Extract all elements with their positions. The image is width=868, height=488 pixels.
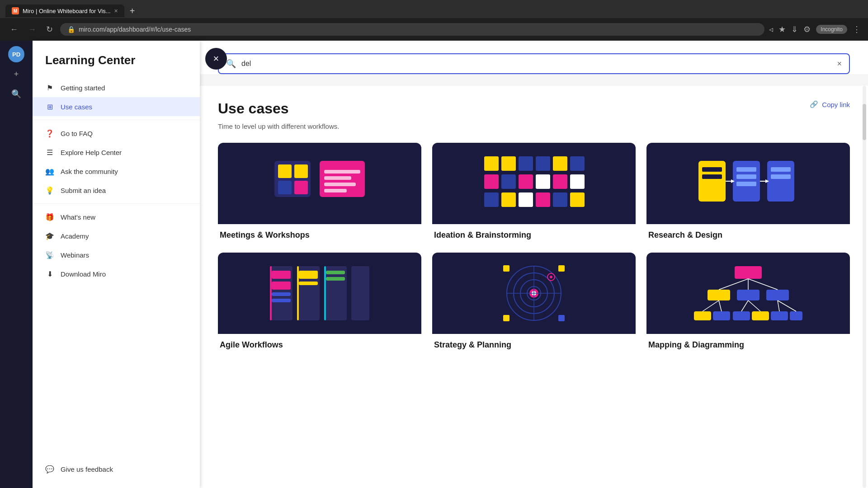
- feedback-icon: 💬: [45, 465, 54, 474]
- idea-label: Submit an idea: [61, 187, 106, 194]
- svg-line-88: [778, 300, 779, 311]
- svg-line-89: [778, 300, 796, 311]
- whats-new-label: What's new: [61, 213, 95, 221]
- svg-rect-73: [737, 290, 760, 300]
- download-icon[interactable]: ⇓: [791, 24, 798, 34]
- incognito-badge[interactable]: Incognito: [816, 25, 847, 34]
- svg-rect-76: [713, 311, 730, 320]
- card-agile-label: Agile Workflows: [218, 334, 421, 352]
- svg-rect-45: [351, 266, 369, 320]
- card-strategy-label: Strategy & Planning: [432, 334, 636, 352]
- svg-rect-51: [299, 282, 318, 285]
- address-bar[interactable]: 🔒 miro.com/app/dashboard/#/lc/use-cases: [60, 23, 764, 36]
- new-tab-button[interactable]: +: [126, 5, 139, 17]
- webinars-label: Webinars: [61, 251, 89, 259]
- add-board-button[interactable]: +: [8, 66, 24, 82]
- forward-button[interactable]: →: [25, 23, 39, 36]
- svg-rect-67: [503, 315, 509, 321]
- nav-item-webinars[interactable]: 📡 Webinars: [33, 245, 200, 264]
- close-panel-button[interactable]: ×: [205, 48, 227, 70]
- svg-rect-80: [790, 311, 802, 320]
- card-agile-image: [218, 253, 421, 334]
- svg-rect-30: [702, 174, 722, 179]
- svg-rect-4: [294, 181, 308, 194]
- svg-rect-14: [553, 156, 567, 171]
- card-research[interactable]: Research & Design: [646, 143, 850, 242]
- scrollbar-thumb[interactable]: [863, 104, 866, 140]
- community-label: Ask the community: [61, 168, 118, 175]
- webinars-icon: 📡: [45, 250, 54, 259]
- card-ideation[interactable]: Ideation & Brainstorming: [432, 143, 636, 242]
- svg-rect-68: [558, 315, 565, 321]
- nav-items-list: ⚑ Getting started ⊞ Use cases ❓ Go to FA…: [33, 75, 200, 454]
- extensions-icon[interactable]: ◃: [769, 24, 773, 34]
- nav-item-academy[interactable]: 🎓 Academy: [33, 226, 200, 245]
- svg-line-83: [748, 279, 778, 290]
- use-cases-icon: ⊞: [45, 102, 54, 111]
- help-center-label: Explore Help Center: [61, 149, 122, 156]
- faq-label: Go to FAQ: [61, 130, 93, 137]
- svg-rect-46: [272, 271, 291, 279]
- svg-line-87: [748, 300, 760, 311]
- svg-rect-16: [484, 174, 499, 189]
- card-ideation-label: Ideation & Brainstorming: [432, 224, 636, 242]
- profile-icon[interactable]: ⚙: [803, 24, 811, 34]
- svg-rect-33: [736, 174, 756, 179]
- card-ideation-image: [432, 143, 636, 224]
- feedback-item[interactable]: 💬 Give us feedback: [45, 461, 187, 477]
- nav-item-idea[interactable]: 💡 Submit an idea: [33, 181, 200, 200]
- svg-rect-66: [558, 265, 565, 272]
- panel-footer: 💬 Give us feedback: [33, 454, 200, 488]
- svg-rect-36: [771, 167, 791, 172]
- copy-link-button[interactable]: 🔗 Copy link: [810, 100, 850, 108]
- refresh-button[interactable]: ↻: [43, 23, 56, 36]
- svg-rect-8: [324, 183, 356, 186]
- bookmark-icon[interactable]: ★: [778, 24, 786, 34]
- card-mapping[interactable]: Mapping & Diagramming: [646, 253, 850, 352]
- card-mapping-label: Mapping & Diagramming: [646, 334, 850, 352]
- nav-item-whats-new[interactable]: 🎁 What's new: [33, 207, 200, 226]
- download-miro-label: Download Miro: [61, 270, 106, 278]
- search-button[interactable]: 🔍: [8, 86, 24, 102]
- faq-icon: ❓: [45, 129, 54, 138]
- agile-illustration: [261, 257, 378, 329]
- svg-rect-49: [272, 299, 291, 302]
- card-mapping-image: [646, 253, 850, 334]
- svg-rect-29: [702, 167, 722, 172]
- miro-sidebar: PD + 🔍: [0, 41, 33, 488]
- svg-rect-52: [326, 271, 345, 274]
- svg-rect-20: [553, 174, 567, 189]
- back-button[interactable]: ←: [7, 23, 21, 36]
- svg-rect-27: [570, 192, 585, 207]
- svg-rect-24: [519, 192, 533, 207]
- nav-item-faq[interactable]: ❓ Go to FAQ: [33, 124, 200, 143]
- learning-center-panel: Learning Center ⚑ Getting started ⊞ Use …: [33, 41, 200, 488]
- svg-rect-11: [501, 156, 516, 171]
- card-agile[interactable]: Agile Workflows: [218, 253, 421, 352]
- getting-started-label: Getting started: [61, 84, 105, 92]
- svg-rect-3: [278, 181, 292, 194]
- main-content: Learning Center ⚑ Getting started ⊞ Use …: [33, 41, 868, 488]
- svg-rect-18: [519, 174, 533, 189]
- use-cases-header: Use cases 🔗 Copy link: [218, 100, 850, 117]
- svg-rect-56: [324, 266, 326, 320]
- search-container: 🔍 ×: [200, 41, 868, 74]
- nav-item-use-cases[interactable]: ⊞ Use cases: [33, 97, 200, 116]
- nav-item-download[interactable]: ⬇ Download Miro: [33, 264, 200, 283]
- search-clear-button[interactable]: ×: [837, 59, 842, 69]
- nav-item-getting-started[interactable]: ⚑ Getting started: [33, 78, 200, 97]
- svg-rect-65: [503, 265, 509, 272]
- avatar[interactable]: PD: [8, 46, 24, 62]
- tab-close-button[interactable]: ×: [114, 7, 118, 14]
- card-meetings[interactable]: Meetings & Workshops: [218, 143, 421, 242]
- nav-item-community[interactable]: 👥 Ask the community: [33, 162, 200, 181]
- svg-rect-13: [536, 156, 550, 171]
- search-input[interactable]: [241, 60, 831, 68]
- svg-rect-53: [326, 277, 345, 281]
- menu-icon[interactable]: ⋮: [853, 24, 861, 34]
- nav-item-help-center[interactable]: ☰ Explore Help Center: [33, 143, 200, 162]
- active-tab[interactable]: M Miro | Online Whiteboard for Vis... ×: [5, 5, 124, 17]
- card-research-label: Research & Design: [646, 224, 850, 242]
- scrollbar-track[interactable]: [863, 86, 866, 488]
- card-strategy[interactable]: Strategy & Planning: [432, 253, 636, 352]
